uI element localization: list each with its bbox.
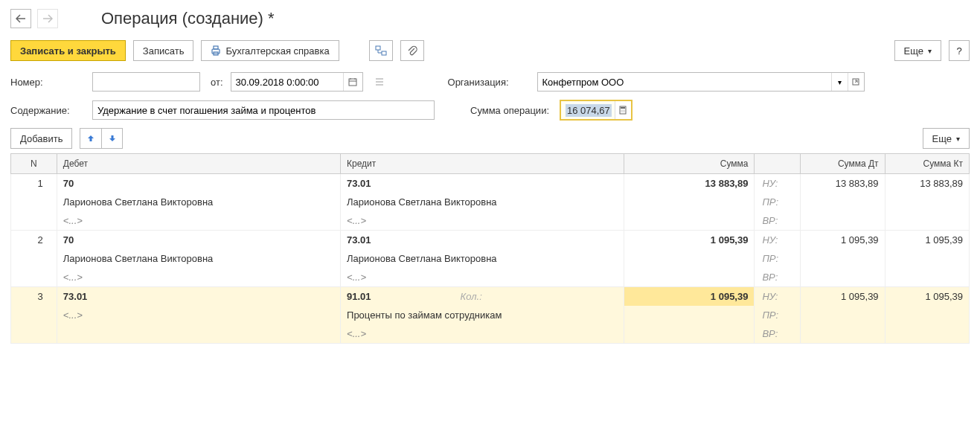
org-open-button[interactable] [848, 73, 864, 91]
page-title: Операция (создание) * [101, 9, 275, 28]
attach-button[interactable] [400, 40, 424, 61]
content-input[interactable] [92, 100, 435, 120]
help-button[interactable]: ? [949, 40, 970, 61]
cell-credit-sub[interactable]: Ларионова Светлана Викторовна [341, 249, 624, 268]
cell-credit-acc[interactable]: 73.01 [341, 174, 624, 193]
accounting-reference-button[interactable]: Бухгалтерская справка [201, 40, 339, 61]
cell-pr-label: ПР: [755, 193, 801, 211]
org-input-wrap: ▾ [537, 72, 865, 92]
table-more-button[interactable]: Еще [923, 128, 970, 149]
col-n[interactable]: N [11, 154, 57, 174]
org-input[interactable] [538, 73, 831, 91]
cell-credit-ph[interactable]: <...> [341, 268, 624, 287]
svg-point-19 [621, 112, 622, 112]
table-row[interactable]: <...>Проценты по займам сотрудникамПР: [11, 306, 970, 324]
col-sum-kt[interactable]: Сумма Кт [885, 154, 969, 174]
svg-point-18 [624, 110, 625, 111]
cell-debit-ph[interactable]: <...> [57, 211, 340, 231]
entries-table: N Дебет Кредит Сумма Сумма Дт Сумма Кт 1… [10, 153, 970, 344]
svg-point-21 [624, 112, 625, 112]
move-down-button[interactable] [101, 129, 122, 148]
dt-kt-icon [375, 45, 387, 56]
list-button[interactable] [371, 71, 388, 92]
cell-debit-acc[interactable]: 70 [57, 174, 340, 193]
nav-row: Операция (создание) * [10, 9, 970, 28]
svg-point-16 [621, 110, 622, 111]
content-label: Содержание: [10, 105, 85, 116]
cell-debit-sub[interactable]: Ларионова Светлана Викторовна [57, 249, 340, 268]
calendar-button[interactable] [343, 73, 362, 91]
cell-debit-ph[interactable] [57, 324, 340, 344]
form-row-1: Номер: от: Организация: ▾ [10, 71, 970, 92]
sum-input-wrap: 16 074,67 [560, 100, 632, 121]
number-label: Номер: [10, 77, 85, 88]
sum-input[interactable]: 16 074,67 [566, 105, 615, 116]
col-sum-dt[interactable]: Сумма Дт [801, 154, 885, 174]
table-row[interactable]: 373.0191.01Кол.:1 095,39НУ:1 095,391 095… [11, 287, 970, 307]
svg-rect-3 [376, 46, 380, 50]
add-row-button[interactable]: Добавить [10, 128, 72, 149]
cell-sum[interactable]: 1 095,39 [624, 231, 755, 250]
cell-nu-dt[interactable]: 1 095,39 [801, 231, 885, 250]
arrow-right-icon [42, 14, 53, 23]
org-dropdown-button[interactable]: ▾ [831, 73, 848, 91]
accounting-reference-label: Бухгалтерская справка [225, 45, 329, 57]
arrow-down-icon [108, 134, 117, 143]
cell-sum[interactable]: 13 883,89 [624, 174, 755, 193]
table-row[interactable]: 17073.0113 883,89НУ:13 883,8913 883,89 [11, 174, 970, 193]
svg-point-20 [623, 112, 624, 112]
back-button[interactable] [10, 9, 31, 28]
cell-nu-dt[interactable]: 13 883,89 [801, 174, 885, 193]
table-row[interactable]: <...>ВР: [11, 324, 970, 344]
cell-sum[interactable]: 1 095,39 [624, 287, 755, 307]
arrow-up-icon [86, 134, 95, 143]
printer-icon [211, 45, 221, 56]
col-credit[interactable]: Кредит [341, 154, 624, 174]
cell-n: 3 [11, 287, 57, 307]
cell-nu-kt[interactable]: 1 095,39 [885, 231, 969, 250]
cell-credit-acc[interactable]: 91.01Кол.: [341, 287, 624, 307]
col-lbl [755, 154, 801, 174]
date-label: от: [211, 77, 223, 88]
table-header-row: N Дебет Кредит Сумма Сумма Дт Сумма Кт [11, 154, 970, 174]
number-input[interactable] [92, 72, 200, 92]
org-label: Организация: [448, 77, 530, 88]
cell-debit-acc[interactable]: 73.01 [57, 287, 340, 307]
cell-debit-acc[interactable]: 70 [57, 231, 340, 250]
cell-credit-sub[interactable]: Проценты по займам сотрудникам [341, 306, 624, 324]
move-row-group [80, 128, 123, 149]
table-row[interactable]: 27073.011 095,39НУ:1 095,391 095,39 [11, 231, 970, 250]
table-row[interactable]: Ларионова Светлана ВикторовнаЛарионова С… [11, 193, 970, 211]
cell-debit-sub[interactable]: Ларионова Светлана Викторовна [57, 193, 340, 211]
col-sum[interactable]: Сумма [624, 154, 755, 174]
cell-debit-ph[interactable]: <...> [57, 268, 340, 287]
cell-nu-label: НУ: [755, 231, 801, 250]
calculator-button[interactable] [615, 101, 631, 119]
save-and-close-button[interactable]: Записать и закрыть [10, 40, 126, 61]
table-row[interactable]: <...><...>ВР: [11, 211, 970, 231]
cell-nu-label: НУ: [755, 287, 801, 307]
move-up-button[interactable] [80, 129, 101, 148]
cell-vr-label: ВР: [755, 324, 801, 344]
forward-button[interactable] [37, 9, 58, 28]
cell-credit-ph[interactable]: <...> [341, 211, 624, 231]
cell-credit-sub[interactable]: Ларионова Светлана Викторовна [341, 193, 624, 211]
date-input-wrap [231, 72, 363, 92]
cell-credit-ph[interactable]: <...> [341, 324, 624, 344]
cell-debit-sub[interactable]: <...> [57, 306, 340, 324]
col-debit[interactable]: Дебет [57, 154, 340, 174]
sum-label: Сумма операции: [470, 105, 552, 116]
cell-credit-acc[interactable]: 73.01 [341, 231, 624, 250]
date-input[interactable] [231, 73, 343, 91]
cell-nu-kt[interactable]: 1 095,39 [885, 287, 969, 307]
table-row[interactable]: Ларионова Светлана ВикторовнаЛарионова С… [11, 249, 970, 268]
table-row[interactable]: <...><...>ВР: [11, 268, 970, 287]
cell-nu-dt[interactable]: 1 095,39 [801, 287, 885, 307]
cell-nu-kt[interactable]: 13 883,89 [885, 174, 969, 193]
form-row-2: Содержание: Сумма операции: 16 074,67 [10, 100, 970, 121]
more-button[interactable]: Еще [894, 40, 941, 61]
dt-kt-button[interactable] [369, 40, 393, 61]
cell-nu-label: НУ: [755, 174, 801, 193]
cell-vr-label: ВР: [755, 268, 801, 287]
save-button[interactable]: Записать [133, 40, 194, 61]
